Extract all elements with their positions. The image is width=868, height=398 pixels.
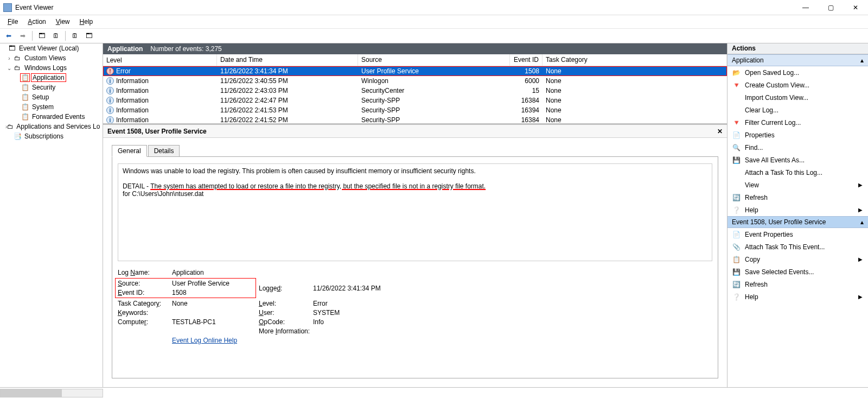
action-label: Refresh <box>745 194 768 201</box>
table-row[interactable]: iInformation11/26/2022 2:43:03 PMSecurit… <box>103 86 727 96</box>
tab-details[interactable]: Details <box>148 145 180 157</box>
action-item[interactable]: 🔻Filter Current Log... <box>727 116 868 129</box>
col-datetime[interactable]: Date and Time <box>217 54 358 66</box>
highlight-box: Source: User Profile Service Event ID: 1… <box>115 278 256 298</box>
table-header: Level Date and Time Source Event ID Task… <box>103 54 727 66</box>
action-item[interactable]: 🔍Find... <box>727 141 868 154</box>
cell-eventid: 6000 <box>510 77 542 85</box>
info-icon: i <box>106 97 114 104</box>
toolbar-btn-4[interactable]: 🗔 <box>82 30 95 42</box>
actions-section-application[interactable]: Application ▴ <box>727 54 868 66</box>
nav-tree[interactable]: 🗔Event Viewer (Local) ›🗀Custom Views ⌄🗀W… <box>0 43 103 387</box>
cell-source: Winlogon <box>358 77 510 85</box>
tree-application[interactable]: 📋Application <box>0 73 103 83</box>
tab-general[interactable]: General <box>112 145 147 157</box>
tree-setup[interactable]: 📋Setup <box>0 92 103 102</box>
menu-help[interactable]: Help <box>75 17 98 27</box>
menu-view[interactable]: View <box>52 17 74 27</box>
tree-app-services[interactable]: ›🗀Applications and Services Lo <box>0 122 103 131</box>
submenu-arrow-icon: ▶ <box>858 207 863 213</box>
action-item[interactable]: 🔄Refresh <box>727 191 868 204</box>
table-row[interactable]: !Error11/26/2022 3:41:34 PMUser Profile … <box>103 66 727 76</box>
cell-eventid: 15 <box>510 87 542 94</box>
action-icon: 🔍 <box>732 144 741 151</box>
table-row[interactable]: iInformation11/26/2022 2:41:52 PMSecurit… <box>103 115 727 123</box>
tree-system[interactable]: 📋System <box>0 102 103 112</box>
toolbar-btn-2[interactable]: 🗓 <box>49 30 62 42</box>
tree-forwarded[interactable]: 📋Forwarded Events <box>0 112 103 122</box>
col-eventid[interactable]: Event ID <box>510 54 542 66</box>
forward-button[interactable]: ➡ <box>16 30 29 42</box>
action-item[interactable]: 🔄Refresh <box>727 278 868 290</box>
minimize-button[interactable]: — <box>793 0 818 15</box>
table-row[interactable]: iInformation11/26/2022 2:41:53 PMSecurit… <box>103 105 727 115</box>
value-level: Error <box>313 300 422 307</box>
link-online-help[interactable]: Event Log Online Help <box>172 337 422 344</box>
label-logged: Logged: <box>259 285 313 292</box>
toolbar-btn-3[interactable]: 🗓 <box>68 30 81 42</box>
cell-taskcategory: None <box>542 67 727 75</box>
action-item[interactable]: 📄Properties <box>727 129 868 141</box>
action-item[interactable]: 🔻Create Custom View... <box>727 79 868 91</box>
menu-file[interactable]: File <box>3 17 22 27</box>
label-user: User: <box>259 309 313 317</box>
action-icon: ❔ <box>732 293 741 301</box>
info-icon: i <box>106 106 114 114</box>
tree-root[interactable]: 🗔Event Viewer (Local) <box>0 43 103 53</box>
action-item[interactable]: 📂Open Saved Log... <box>727 66 868 79</box>
action-label: Attach Task To This Event... <box>745 243 825 251</box>
maximize-button[interactable]: ▢ <box>818 0 843 15</box>
action-label: Help <box>745 293 758 301</box>
cell-level: Information <box>116 97 149 104</box>
action-item[interactable]: ❔Help▶ <box>727 290 868 303</box>
cell-taskcategory: None <box>542 116 727 123</box>
toolbar-separator <box>32 31 33 41</box>
label-level: Level: <box>259 300 313 307</box>
tree-subscriptions[interactable]: 📑Subscriptions <box>0 131 103 141</box>
msg-line-1: Windows was unable to load the registry.… <box>123 167 707 175</box>
col-source[interactable]: Source <box>358 54 510 66</box>
close-button[interactable]: ✕ <box>843 0 868 15</box>
cell-eventid: 16384 <box>510 116 542 123</box>
label-computer: Computer: <box>118 318 172 326</box>
action-item[interactable]: 📎Attach Task To This Event... <box>727 241 868 253</box>
tree-windows-logs[interactable]: ⌄🗀Windows Logs <box>0 63 103 73</box>
folder-icon: 🗀 <box>7 123 14 130</box>
menu-action[interactable]: Action <box>23 17 50 27</box>
action-item[interactable]: ❔Help▶ <box>727 204 868 216</box>
cell-eventid: 16394 <box>510 106 542 114</box>
event-count: Number of events: 3,275 <box>150 45 221 53</box>
toolbar-btn-1[interactable]: 🗔 <box>35 30 48 42</box>
action-item[interactable]: 💾Save Selected Events... <box>727 266 868 278</box>
action-item[interactable]: View▶ <box>727 179 868 191</box>
action-label: Event Properties <box>745 231 793 238</box>
label-opcode: OpCode: <box>259 318 313 326</box>
info-icon: i <box>106 116 114 123</box>
action-item[interactable]: 💾Save All Events As... <box>727 154 868 166</box>
col-level[interactable]: Level <box>103 54 217 66</box>
table-row[interactable]: iInformation11/26/2022 2:42:47 PMSecurit… <box>103 96 727 105</box>
detail-close-button[interactable]: ✕ <box>717 128 723 135</box>
action-item[interactable]: 📋Copy▶ <box>727 253 868 266</box>
action-item[interactable]: Clear Log... <box>727 104 868 116</box>
action-item[interactable]: Import Custom View... <box>727 91 868 104</box>
horizontal-scrollbar[interactable] <box>0 389 103 397</box>
value-computer: TESTLAB-PC1 <box>172 318 259 326</box>
submenu-arrow-icon: ▶ <box>858 256 863 262</box>
value-logged: 11/26/2022 3:41:34 PM <box>313 285 422 292</box>
back-button[interactable]: ⬅ <box>2 30 15 42</box>
action-icon: 📄 <box>732 131 741 139</box>
tree-custom-views[interactable]: ›🗀Custom Views <box>0 53 103 63</box>
cell-taskcategory: None <box>542 87 727 94</box>
actions-section-event[interactable]: Event 1508, User Profile Service ▴ <box>727 216 868 228</box>
col-taskcategory[interactable]: Task Category <box>542 54 727 66</box>
tree-security[interactable]: 📋Security <box>0 83 103 92</box>
table-row[interactable]: iInformation11/26/2022 3:40:55 PMWinlogo… <box>103 76 727 86</box>
cell-datetime: 11/26/2022 2:41:53 PM <box>217 106 358 114</box>
action-label: Clear Log... <box>745 106 778 114</box>
cell-taskcategory: None <box>542 77 727 85</box>
table-body[interactable]: !Error11/26/2022 3:41:34 PMUser Profile … <box>103 66 727 123</box>
action-item[interactable]: Attach a Task To this Log... <box>727 166 868 179</box>
action-item[interactable]: 📄Event Properties <box>727 228 868 241</box>
event-detail: Event 1508, User Profile Service ✕ Gener… <box>103 125 727 387</box>
